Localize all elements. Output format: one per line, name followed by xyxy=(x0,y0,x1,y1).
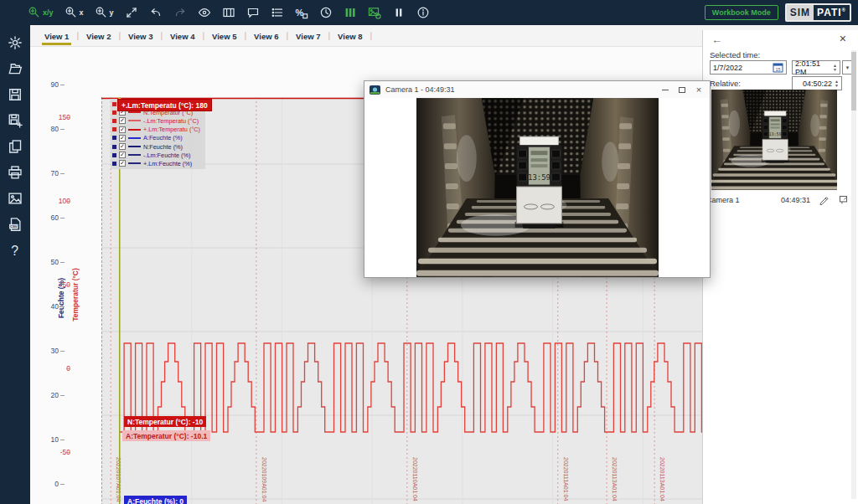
legend-row[interactable]: ✓-.Lm:Feuchte (%) xyxy=(112,151,204,159)
camera-name: Camera 1 xyxy=(706,196,740,204)
series-checkbox[interactable]: ✓ xyxy=(119,160,126,167)
legend-label: A:Feuchte (%) xyxy=(143,134,183,141)
camera-window[interactable]: Camera 1 - 04:49:31 × xyxy=(364,80,711,278)
open-folder-icon xyxy=(8,61,23,76)
settings-gear-button[interactable] xyxy=(8,35,23,50)
camera-thumbnail[interactable] xyxy=(711,90,837,190)
info-icon xyxy=(416,6,430,19)
time-input[interactable]: 2:01:51 PM ▲▼ xyxy=(792,60,840,75)
humidity-tick-mark xyxy=(60,262,65,263)
top-toolbar: x/yxy% Workbook Mode SIM PATI® xyxy=(0,0,858,25)
temperature-axis-title: Temperatur (°C) xyxy=(71,257,81,332)
list-button[interactable] xyxy=(271,6,284,19)
image-export-icon xyxy=(368,6,381,19)
legend-row[interactable]: ✓-.Lm:Temperatu (°C) xyxy=(112,116,204,125)
tab-view-7[interactable]: View 7 xyxy=(288,27,328,45)
tab-label: View 2 xyxy=(86,32,111,41)
csv-export-icon: CSV xyxy=(8,217,23,232)
zoom-y-button[interactable]: y xyxy=(95,6,114,19)
redo-icon xyxy=(173,6,187,19)
toolbar-right: Workbook Mode SIM PATI® xyxy=(705,3,858,22)
relative-time-input[interactable]: 04:50:22 ▲▼ xyxy=(792,76,842,90)
edit-pencil-icon[interactable] xyxy=(819,194,830,205)
close-icon[interactable]: × xyxy=(693,84,705,95)
humidity-tick-mark xyxy=(60,351,65,352)
list-icon xyxy=(271,6,284,19)
series-checkbox[interactable]: ✓ xyxy=(119,135,126,141)
film-frame-button[interactable] xyxy=(222,6,235,19)
series-checkbox[interactable]: ✓ xyxy=(119,143,126,150)
humidity-tick-label: 20 xyxy=(39,391,59,399)
minimize-icon[interactable] xyxy=(659,84,671,95)
tooltip-upper-limit-temp: +.Lm:Temperatu (°C): 180 xyxy=(117,99,212,111)
series-checkbox[interactable]: ✓ xyxy=(119,152,126,158)
tooltip-a-feuchte: A:Feuchte (%): 0 xyxy=(124,496,187,504)
tab-view-8[interactable]: View 8 xyxy=(330,27,370,45)
zoom-x-button[interactable]: x xyxy=(65,6,84,19)
help-button[interactable]: ? xyxy=(8,243,23,258)
legend-row[interactable]: ✓A:Feuchte (%) xyxy=(112,134,204,142)
panel-scrollbar-thumb[interactable] xyxy=(851,52,856,111)
calendar-icon[interactable]: 15 xyxy=(773,62,783,73)
pause-button[interactable] xyxy=(392,6,406,19)
save-as-icon xyxy=(8,113,23,128)
close-icon[interactable]: × xyxy=(840,32,846,45)
event-marker-label: 20220113A01:04 xyxy=(612,457,618,501)
csv-export-button[interactable]: CSV xyxy=(8,217,23,232)
relative-label: Relative: xyxy=(710,79,741,88)
legend-row[interactable]: ✓+.Lm:Feuchte (%) xyxy=(112,159,204,167)
pause-icon xyxy=(392,6,406,19)
tab-view-5[interactable]: View 5 xyxy=(204,27,244,45)
series-checkbox[interactable]: ✓ xyxy=(119,126,126,133)
open-folder-button[interactable] xyxy=(8,61,23,76)
legend-row[interactable]: ✓N:Feuchte (%) xyxy=(112,142,204,151)
printer-button[interactable] xyxy=(8,165,23,180)
series-swatch xyxy=(112,153,116,157)
save-button[interactable] xyxy=(8,87,23,102)
toolbar-button-label: x xyxy=(80,8,84,17)
settings-gear-icon xyxy=(8,35,23,50)
redo-button[interactable] xyxy=(173,6,187,19)
save-icon xyxy=(8,87,23,102)
save-as-button[interactable] xyxy=(8,113,23,128)
humidity-tick-label: 30 xyxy=(39,347,59,355)
image-button[interactable] xyxy=(8,191,23,206)
series-checkbox[interactable]: ✓ xyxy=(119,117,126,124)
comment-button[interactable] xyxy=(246,6,260,19)
relative-spinner[interactable]: ▲▼ xyxy=(835,80,839,87)
camera-snapshot-time: 04:49:31 xyxy=(781,196,810,204)
clock-icon xyxy=(319,6,333,19)
undo-button[interactable] xyxy=(149,6,163,19)
workbook-mode-button[interactable]: Workbook Mode xyxy=(705,5,778,20)
tab-view-3[interactable]: View 3 xyxy=(121,27,160,45)
maximize-icon[interactable] xyxy=(676,84,688,95)
clock-button[interactable] xyxy=(319,6,333,19)
event-marker-label: 20220111A01:04 xyxy=(563,457,569,501)
humidity-tick-mark xyxy=(60,395,65,396)
time-selection-panel: ← × Selected time: 1/7/2022 15 2:01:51 P… xyxy=(702,30,858,504)
image-export-button[interactable] xyxy=(368,6,381,19)
tab-view-2[interactable]: View 2 xyxy=(79,27,118,45)
bars-button[interactable] xyxy=(344,6,357,19)
humidity-tick-label: 40 xyxy=(39,302,59,311)
camera-window-titlebar[interactable]: Camera 1 - 04:49:31 × xyxy=(364,81,710,98)
tooltip-a-temperatur: A:Temperatur (°C): -10.1 xyxy=(122,430,210,441)
date-input[interactable]: 1/7/2022 15 xyxy=(710,60,787,75)
event-marker-label: 20220113A01:04 xyxy=(659,457,665,501)
tab-view-6[interactable]: View 6 xyxy=(246,27,286,45)
legend-label: -.Lm:Feuchte (%) xyxy=(143,152,190,159)
toolbar-button-label: y xyxy=(110,8,114,17)
time-spinner[interactable]: ▲▼ xyxy=(833,64,837,71)
expand-button[interactable] xyxy=(125,6,138,19)
event-marker-label: 20220107A01:04 xyxy=(116,457,121,501)
tab-view-4[interactable]: View 4 xyxy=(163,27,202,45)
legend-row[interactable]: ✓+.Lm:Temperatu (°C) xyxy=(112,126,204,134)
info-button[interactable] xyxy=(416,6,430,19)
eye-button[interactable] xyxy=(198,6,211,19)
percent-button[interactable]: % xyxy=(295,6,308,19)
zoom-xy-button[interactable]: x/y xyxy=(28,6,54,19)
back-arrow-icon[interactable]: ← xyxy=(711,33,722,46)
tab-view-1[interactable]: View 1 xyxy=(37,27,76,45)
flag-icon[interactable] xyxy=(838,194,849,205)
copy-pages-button[interactable] xyxy=(8,139,23,154)
